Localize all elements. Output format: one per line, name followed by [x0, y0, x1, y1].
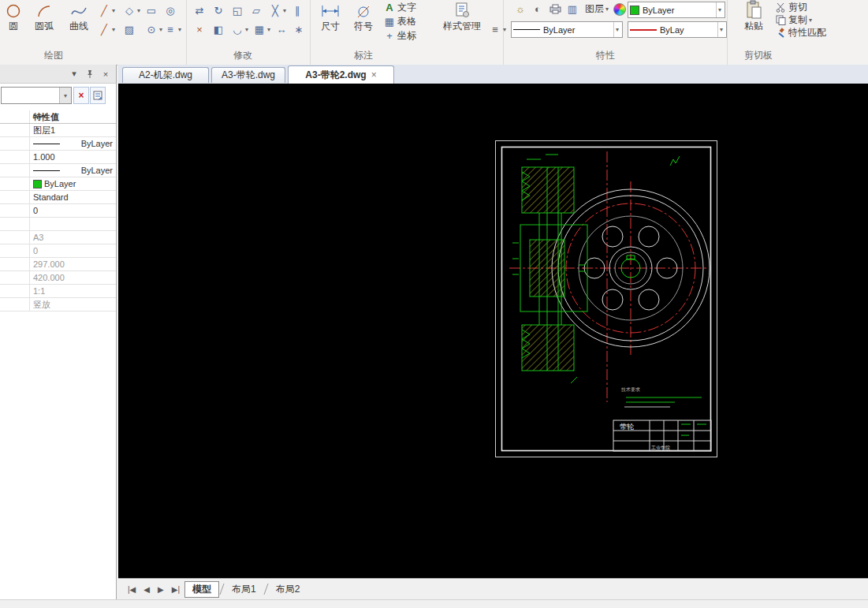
- table-tool-button[interactable]: ▦ 表格: [383, 14, 416, 28]
- halftone-icon: ◐: [531, 2, 544, 15]
- object-type-combo[interactable]: ▾: [1, 87, 72, 104]
- property-row-color[interactable]: ByLayer: [0, 177, 116, 191]
- fillet-tool-button[interactable]: ◡▾: [231, 22, 248, 36]
- trim-icon: ╳: [269, 4, 281, 17]
- array-icon: ▦: [253, 23, 266, 35]
- plot-button[interactable]: [549, 2, 561, 16]
- property-row-linetype-scale[interactable]: 1.000: [0, 151, 116, 164]
- text-tool-button[interactable]: A 文字: [383, 0, 416, 14]
- rectangle-tool-button[interactable]: ▭: [145, 3, 158, 17]
- point-tool-button[interactable]: ⊙ ▾: [145, 22, 162, 36]
- property-row-layer[interactable]: 图层1: [0, 124, 116, 137]
- construction-line-button[interactable]: ╱ ▾: [98, 22, 115, 36]
- spline-button[interactable]: 曲线: [63, 0, 95, 33]
- layout-tabbar: |◀ ◀ ▶ ▶| 模型 布局1 布局2: [118, 578, 868, 599]
- pulley-drawing: 技术要求 带轮 工业学院: [495, 140, 717, 457]
- layout2-tab[interactable]: 布局2: [269, 582, 307, 597]
- property-row-height[interactable]: 420.000: [0, 271, 116, 285]
- mirror-tool-button[interactable]: ◧: [212, 22, 225, 36]
- dropdown-icon: ▾: [178, 26, 181, 33]
- property-row-paper-size[interactable]: A3: [0, 231, 116, 244]
- doc-tab-label: A2-机架.dwg: [139, 69, 192, 82]
- property-row-linetype[interactable]: ByLayer: [0, 137, 116, 151]
- title-block: 带轮 工业学院: [613, 420, 711, 451]
- bulb-icon: ☼: [514, 2, 527, 15]
- color-control-combo[interactable]: ByLayer ▾: [628, 2, 725, 18]
- rotate-icon: ↻: [212, 4, 225, 17]
- polygon-tool-button[interactable]: ◇ ▾: [123, 3, 140, 17]
- property-value-cell: ByLayer: [30, 179, 116, 188]
- palette-close-button[interactable]: ×: [100, 69, 111, 80]
- trim-tool-button[interactable]: ╳▾: [269, 3, 286, 17]
- arc-button[interactable]: 圆弧: [28, 0, 60, 33]
- copy-tool-button[interactable]: ▱: [250, 3, 263, 17]
- doc-tab-a2-jijia[interactable]: A2-机架.dwg: [122, 67, 209, 83]
- property-row-orientation[interactable]: 竖放: [0, 298, 116, 311]
- donut-tool-button[interactable]: ◎: [164, 3, 177, 17]
- color-swatch: [630, 6, 639, 15]
- paste-button[interactable]: 粘贴: [738, 0, 769, 33]
- ribbon-group-modify: ⇄ ↻ ◱ ▱ ╳▾ ∥ × ◧ ◡▾ ▦▾ ↔ ∗ 修改: [187, 0, 311, 65]
- dropdown-icon: ▾: [137, 7, 140, 14]
- model-space-canvas[interactable]: 技术要求 带轮 工业学院: [118, 84, 868, 578]
- symbol-icon: [356, 0, 371, 19]
- erase-tool-button[interactable]: ×: [193, 22, 206, 36]
- next-tab-button[interactable]: ▶: [155, 585, 167, 594]
- layer-dropdown-button[interactable]: 图层 ▾: [585, 2, 609, 16]
- rotate-tool-button[interactable]: ↻: [212, 3, 225, 17]
- linetype-control-combo[interactable]: ByLayer ▾: [511, 21, 623, 38]
- cut-icon: [774, 1, 787, 13]
- quick-select-button[interactable]: ×: [73, 87, 89, 104]
- property-row-lineweight[interactable]: ByLayer: [0, 164, 116, 177]
- hatch-tool-button[interactable]: ▨: [123, 22, 136, 36]
- match-properties-button[interactable]: 特性匹配: [774, 25, 826, 39]
- explode-tool-button[interactable]: ∗: [292, 22, 305, 36]
- lineweight-control-combo[interactable]: ByLay ▾: [628, 21, 727, 38]
- property-name-cell: [0, 218, 30, 230]
- ribbon-group-annotate: 尺寸 符号 A 文字 ▦ 表格 + 坐标: [311, 0, 504, 65]
- doc-tab-label: A3-带轮2.dwg: [305, 69, 366, 82]
- palette-dock-button[interactable]: ▾: [69, 69, 80, 80]
- last-tab-button[interactable]: ▶|: [169, 585, 183, 594]
- first-tab-button[interactable]: |◀: [125, 585, 139, 594]
- dropdown-icon: ▾: [112, 26, 115, 33]
- select-objects-button[interactable]: [90, 87, 106, 104]
- model-tab[interactable]: 模型: [184, 581, 219, 598]
- text-icon: A: [383, 1, 396, 13]
- more-draw-tools-button[interactable]: ≡ ▾: [164, 22, 181, 36]
- style-manager-button[interactable]: 样式管理: [439, 0, 485, 33]
- array-tool-button[interactable]: ▦▾: [253, 22, 270, 36]
- doc-tab-close-icon[interactable]: ×: [371, 69, 377, 80]
- property-header-label: 特性值: [30, 111, 116, 123]
- line-tool-button[interactable]: ╱ ▾: [98, 3, 115, 17]
- offset-tool-button[interactable]: ∥: [291, 3, 304, 17]
- palette-pin-button[interactable]: [84, 69, 95, 80]
- doc-tab-label: A3-带轮.dwg: [222, 69, 275, 82]
- circle-button[interactable]: 圆: [2, 0, 25, 33]
- property-row-margin[interactable]: 0: [0, 244, 116, 258]
- property-row-style[interactable]: Standard: [0, 191, 116, 204]
- doc-tab-a3-dailun[interactable]: A3-带轮.dwg: [211, 67, 285, 83]
- stretch-tool-button[interactable]: ↔: [275, 22, 288, 36]
- scale-tool-button[interactable]: ◱: [231, 3, 244, 17]
- layer-label: 图层: [585, 2, 604, 16]
- style-manager-label: 样式管理: [443, 20, 481, 33]
- doc-tab-a3-dailun2-active[interactable]: A3-带轮2.dwg ×: [288, 65, 394, 84]
- draw-group-label: 绘图: [44, 49, 63, 62]
- symbol-button[interactable]: 符号: [348, 0, 378, 33]
- layout1-tab[interactable]: 布局1: [225, 582, 263, 597]
- property-row-thickness[interactable]: 0: [0, 204, 116, 218]
- property-name-cell: [0, 151, 30, 163]
- coordinate-tool-button[interactable]: + 坐标: [383, 28, 416, 43]
- prev-tab-button[interactable]: ◀: [140, 585, 153, 594]
- layer-freeze-button[interactable]: ◐: [531, 2, 544, 16]
- layer-state-button[interactable]: ▥: [566, 2, 579, 16]
- layer-on-button[interactable]: ☼: [514, 2, 527, 16]
- table-icon: ▦: [383, 15, 396, 28]
- move-tool-button[interactable]: ⇄: [193, 3, 206, 17]
- dimension-button[interactable]: 尺寸: [315, 0, 345, 33]
- colors-button[interactable]: [613, 2, 626, 17]
- property-row-scale[interactable]: 1:1: [0, 285, 116, 298]
- spline-icon: [70, 0, 88, 19]
- property-row-width[interactable]: 297.000: [0, 258, 116, 271]
